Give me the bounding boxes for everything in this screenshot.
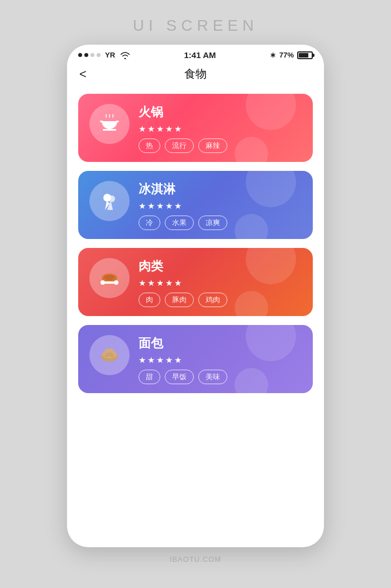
hotpot-icon (97, 112, 122, 136)
hotpot-tags: 热 流行 麻辣 (139, 138, 302, 153)
battery-percent: 77% (279, 51, 294, 59)
meat-icon (97, 266, 122, 290)
time-label: 1:41 AM (184, 50, 216, 60)
meat-tags: 肉 豚肉 鸡肉 (139, 293, 302, 307)
svg-rect-1 (100, 121, 103, 122)
icecream-icon (97, 189, 122, 213)
status-left: YR (78, 51, 130, 59)
tag-pork[interactable]: 豚肉 (165, 293, 194, 307)
status-bar: YR 1:41 AM ∗ 77% (67, 45, 324, 63)
back-button[interactable]: < (79, 67, 87, 82)
svg-rect-2 (116, 121, 119, 122)
footer-label: IBAOTU.COM (170, 555, 221, 563)
tag-meat[interactable]: 肉 (139, 293, 160, 307)
tag-popular[interactable]: 流行 (165, 138, 194, 153)
page-title: UI SCREEN (133, 17, 258, 35)
svg-point-10 (114, 280, 118, 285)
status-right: ∗ 77% (270, 51, 313, 59)
tag-chicken[interactable]: 鸡肉 (198, 293, 227, 307)
tag-cold[interactable]: 冷 (139, 216, 160, 230)
food-card-meat[interactable]: 肉类 ★ ★ ★ ★ ★ 肉 豚肉 鸡肉 (78, 248, 313, 316)
icecream-icon-circle (89, 181, 130, 221)
battery-fill (299, 53, 308, 58)
hotpot-icon-circle (89, 104, 130, 144)
tag-delicious[interactable]: 美味 (198, 370, 227, 384)
food-card-bread[interactable]: 面包 ★ ★ ★ ★ ★ 甜 早饭 美味 (78, 325, 313, 393)
bread-tags: 甜 早饭 美味 (139, 370, 302, 384)
signal-dot-1 (78, 53, 82, 57)
tag-spicy[interactable]: 麻辣 (198, 138, 227, 153)
wifi-icon (120, 51, 130, 59)
svg-point-4 (108, 195, 115, 202)
food-list: 火锅 ★ ★ ★ ★ ★ 热 流行 麻辣 (67, 88, 324, 547)
nav-title: 食物 (184, 66, 207, 82)
food-card-hotpot[interactable]: 火锅 ★ ★ ★ ★ ★ 热 流行 麻辣 (78, 94, 313, 162)
svg-point-9 (101, 280, 105, 285)
svg-point-7 (104, 275, 115, 280)
svg-point-13 (104, 348, 115, 355)
food-card-icecream[interactable]: 冰淇淋 ★ ★ ★ ★ ★ 冷 水果 凉爽 (78, 171, 313, 239)
phone-shell: YR 1:41 AM ∗ 77% < 食物 (67, 45, 324, 547)
signal-dot-4 (97, 53, 101, 57)
tag-cool[interactable]: 凉爽 (198, 216, 227, 230)
bluetooth-icon: ∗ (270, 51, 276, 59)
signal-dot-2 (84, 53, 88, 57)
tag-fruit[interactable]: 水果 (165, 216, 194, 230)
signal-dot-3 (90, 53, 94, 57)
battery-icon (297, 51, 313, 59)
bread-icon (97, 343, 122, 367)
tag-hot[interactable]: 热 (139, 138, 160, 153)
carrier-label: YR (105, 51, 115, 59)
bread-icon-circle (89, 335, 130, 375)
nav-bar: < 食物 (67, 63, 324, 88)
svg-rect-0 (103, 129, 116, 131)
meat-icon-circle (89, 258, 130, 298)
tag-sweet[interactable]: 甜 (139, 370, 160, 384)
icecream-tags: 冷 水果 凉爽 (139, 216, 302, 230)
tag-breakfast[interactable]: 早饭 (165, 370, 194, 384)
